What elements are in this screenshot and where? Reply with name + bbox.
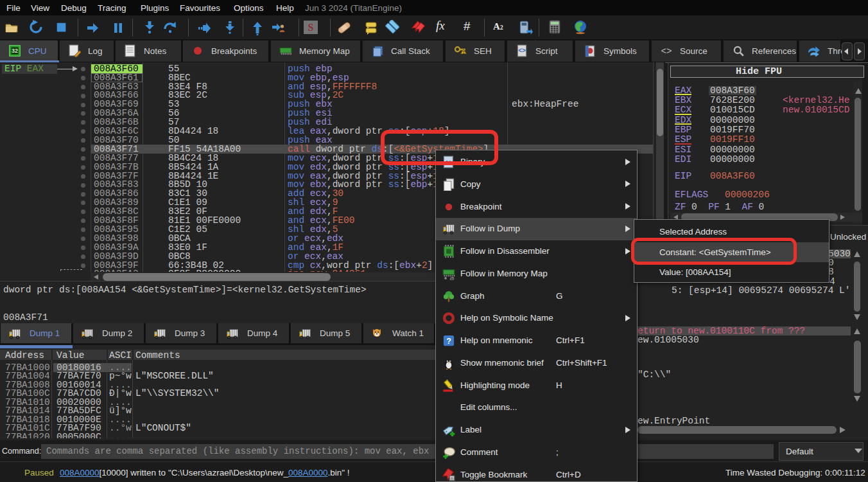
svg-text:n: n <box>451 476 453 480</box>
svg-text:S: S <box>308 22 314 33</box>
svg-text:<>: <> <box>518 47 526 54</box>
svg-text:!: ! <box>463 50 464 55</box>
svg-text:<>: <> <box>661 46 672 56</box>
svg-text:@: @ <box>449 276 455 280</box>
svg-text:32: 32 <box>12 48 18 54</box>
svg-text:?: ? <box>446 337 451 346</box>
